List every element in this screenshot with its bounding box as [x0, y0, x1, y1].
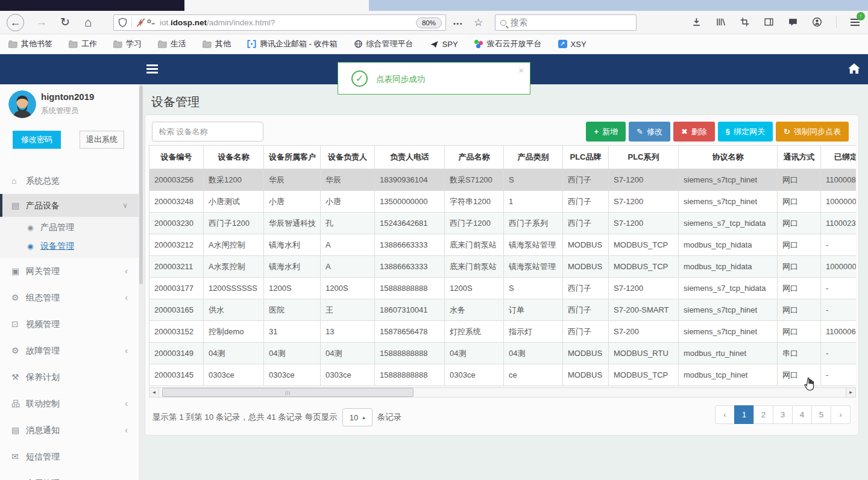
force-sync-button[interactable]: ↻强制同步点表: [776, 122, 849, 142]
screenshot-icon[interactable]: [740, 17, 750, 27]
envelope-icon: ✉: [11, 443, 26, 470]
bookmark-folder-work[interactable]: 工作: [69, 39, 97, 49]
horizontal-scrollbar[interactable]: ◂ ||| ▸: [149, 387, 856, 397]
column-header[interactable]: 协议名称: [679, 146, 778, 169]
sidebar-scrollbar-thumb[interactable]: [139, 86, 143, 284]
zoom-level-badge[interactable]: 80%: [416, 17, 442, 28]
blocked-plugin-icon[interactable]: [136, 17, 146, 28]
back-button[interactable]: ←: [7, 14, 24, 31]
bookmark-exmail[interactable]: 腾讯企业邮箱 - 收件箱: [247, 39, 338, 49]
cell-device-name: 0303ce: [204, 364, 264, 386]
table-row[interactable]: 200003177 1200SSSSSS 1200S 1200S 1588888…: [149, 278, 857, 299]
scroll-right-icon[interactable]: ▸: [846, 388, 855, 397]
browser-home-button[interactable]: ⌂: [80, 16, 96, 28]
bookmark-spy[interactable]: SPY: [430, 40, 458, 49]
add-button[interactable]: +新增: [586, 122, 626, 142]
bookmark-ezviz[interactable]: 萤石云开放平台: [474, 39, 542, 49]
bookmark-folder-other-bookmarks[interactable]: 其他书签: [8, 39, 52, 49]
page-actions-icon[interactable]: •••: [453, 20, 463, 27]
device-search-input[interactable]: [152, 122, 263, 142]
scroll-left-icon[interactable]: ◂: [149, 388, 159, 397]
main-content: 设备管理 +新增 ✎修改 ✖删除 §绑定网关 ↻强制同步点表: [143, 84, 868, 480]
close-icon[interactable]: ×: [518, 65, 524, 75]
column-header[interactable]: 设备所属客户: [264, 146, 321, 169]
sidebar-item-overview[interactable]: ⌂系统总览: [0, 167, 139, 194]
download-icon[interactable]: [691, 17, 702, 27]
permissions-icon[interactable]: [146, 17, 156, 28]
url-bar[interactable]: iot.idosp.net/admin/index.html? 80%: [113, 14, 446, 31]
column-header[interactable]: PLC品牌: [563, 146, 609, 169]
browser-tab-dark[interactable]: [0, 0, 184, 11]
per-page-select[interactable]: 10▴: [342, 408, 373, 426]
delete-button[interactable]: ✖删除: [673, 122, 715, 142]
table-row[interactable]: 200003145 0303ce 0303ce 0303ce 158888888…: [149, 364, 857, 386]
table-row[interactable]: 200003211 A水泵控制 镇海水利 A 13886663333 底来门前泵…: [149, 256, 857, 278]
column-header[interactable]: 负责人电话: [375, 146, 445, 169]
reload-button[interactable]: ↻: [57, 16, 73, 28]
page-button-5[interactable]: 5: [811, 405, 831, 424]
sidebar-item-video[interactable]: ⊡视频管理: [0, 311, 139, 337]
page-button-4[interactable]: 4: [792, 405, 812, 424]
cell-comm-mode: 网口: [778, 234, 821, 256]
table-row[interactable]: 200003248 小唐测试 小唐 小唐 13500000000 字符串1200…: [149, 191, 857, 213]
column-header[interactable]: 设备编号: [149, 146, 204, 169]
sidebar-item-bigscreen[interactable]: ▦大屏管理: [0, 470, 139, 480]
sidebar-item-message[interactable]: ▤消息通知‹: [0, 417, 139, 443]
chat-bubble-icon[interactable]: [788, 17, 798, 27]
sidebar-item-linkage[interactable]: 品联动控制‹: [0, 390, 139, 417]
account-icon[interactable]: [812, 17, 822, 27]
forward-button[interactable]: →: [34, 16, 49, 28]
cell-plc-brand: 西门子: [563, 191, 609, 213]
page-button-1[interactable]: 1: [734, 405, 754, 424]
page-button-2[interactable]: 2: [753, 405, 773, 424]
grid-icon: ▦: [11, 470, 26, 480]
table-row[interactable]: 200003230 西门子1200 华辰智通科技 孔 15243642681 西…: [149, 213, 857, 234]
sidebar-item-sms[interactable]: ✉短信管理: [0, 443, 139, 470]
sidebar-item-device-mgmt[interactable]: ◉设备管理: [0, 237, 139, 255]
sidebar-item-gateway[interactable]: ▣网关管理‹: [0, 258, 139, 284]
sidebar-item-scada[interactable]: ⚙组态管理‹: [0, 284, 139, 311]
sidebar-scrollbar[interactable]: [139, 84, 143, 480]
browser-tab-active[interactable]: [184, 0, 369, 11]
bookmark-admin-platform[interactable]: 综合管理平台: [354, 39, 414, 49]
sidebar-item-maintenance[interactable]: ⚒保养计划: [0, 364, 139, 390]
table-row[interactable]: 200003165 供水 医院 王 18607310041 水务 订单 西门子 …: [149, 299, 857, 321]
cell-protocol: siemens_s7_tcp_hidata: [679, 213, 778, 234]
bookmark-folder-study[interactable]: 学习: [113, 39, 142, 49]
table-row[interactable]: 200003152 控制demo 31 13 15878656478 灯控系统 …: [149, 321, 857, 343]
sidebar-collapse-icon[interactable]: [146, 64, 158, 74]
column-header[interactable]: 通讯方式: [778, 146, 821, 169]
sidebar-toggle-icon[interactable]: [764, 17, 774, 27]
column-header[interactable]: 产品类别: [504, 146, 563, 169]
edit-button[interactable]: ✎修改: [629, 122, 670, 142]
column-header[interactable]: 已绑定网关: [821, 146, 857, 169]
app-home-icon[interactable]: [848, 62, 861, 75]
table-row[interactable]: 200003256 数采1200 华辰 华辰 18390936104 数采S71…: [149, 169, 857, 191]
cell-device-name: A水泵控制: [204, 256, 264, 278]
bookmark-star-icon[interactable]: ☆: [474, 16, 483, 29]
scrollbar-thumb[interactable]: |||: [162, 388, 414, 397]
browser-search-bar[interactable]: 搜索: [495, 14, 637, 31]
bookmark-xsy[interactable]: ↗XSY: [558, 40, 587, 49]
table-row[interactable]: 200003212 A水闸控制 镇海水利 A 13886663333 底来门前泵…: [149, 234, 857, 256]
column-header[interactable]: PLC系列: [609, 146, 679, 169]
next-page-button[interactable]: ›: [831, 405, 851, 424]
change-password-button[interactable]: 修改密码: [13, 131, 61, 149]
bookmark-folder-misc[interactable]: 其他: [203, 39, 231, 49]
page-button-3[interactable]: 3: [773, 405, 793, 424]
browser-menu-icon[interactable]: ↑: [851, 17, 861, 27]
column-header[interactable]: 设备负责人: [321, 146, 375, 169]
sidebar-item-product-mgmt[interactable]: ◉产品管理: [0, 218, 139, 237]
column-header[interactable]: 设备名称: [204, 146, 264, 169]
bind-gateway-button[interactable]: §绑定网关: [718, 122, 773, 142]
sidebar-item-product-device[interactable]: ▤产品设备∨: [0, 194, 139, 217]
bookmark-folder-life[interactable]: 生活: [158, 39, 186, 49]
shield-icon[interactable]: [118, 17, 128, 28]
prev-page-button[interactable]: ‹: [715, 405, 735, 424]
column-header[interactable]: 产品名称: [445, 146, 504, 169]
ezviz-icon: [474, 40, 483, 48]
sidebar-item-fault[interactable]: ⚙故障管理‹: [0, 337, 139, 364]
logout-button[interactable]: 退出系统: [80, 131, 124, 149]
library-icon[interactable]: [715, 17, 726, 27]
table-row[interactable]: 200003149 04测 04测 04测 15888888888 04测 04…: [149, 343, 857, 364]
